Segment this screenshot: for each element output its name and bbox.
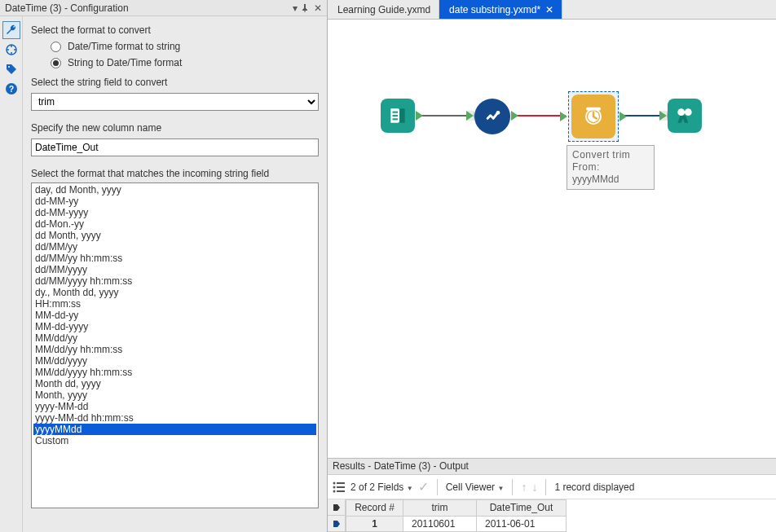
- svg-point-19: [333, 490, 336, 492]
- svg-rect-5: [393, 112, 399, 113]
- format-option[interactable]: MM/dd/yy hh:mm:ss: [33, 344, 316, 355]
- format-convert-label: Select the format to convert: [31, 24, 319, 36]
- record-count-label: 1 record displayed: [554, 481, 634, 493]
- radio-string-to-dt[interactable]: String to Date/Time format: [51, 57, 319, 68]
- format-option[interactable]: yyyy-MM-dd hh:mm:ss: [33, 412, 316, 424]
- tab-label: date substring.yxmd*: [449, 4, 540, 15]
- format-option[interactable]: Custom: [33, 435, 316, 446]
- config-panel-title-bar: DateTime (3) - Configuration ▾ ✕: [0, 0, 327, 16]
- workflow-canvas[interactable]: Convert trim From: yyyyMMdd: [328, 20, 776, 459]
- connector: [417, 115, 473, 117]
- string-field-select[interactable]: trim: [31, 93, 319, 111]
- col-trim[interactable]: trim: [403, 500, 477, 517]
- cell-viewer-dropdown[interactable]: Cell Viewer ▼: [446, 481, 505, 493]
- radio-label: Date/Time format to string: [68, 41, 180, 52]
- format-option[interactable]: dd/MM/yyyy: [33, 264, 316, 275]
- results-toolbar: 2 of 2 Fields ▼ ✓ Cell Viewer ▼ ↑ ↓ 1 re…: [328, 475, 776, 499]
- format-option[interactable]: yyyy-MM-dd: [33, 401, 316, 412]
- datetime-tool-selected[interactable]: [568, 91, 619, 142]
- format-option[interactable]: dd/MM/yy hh:mm:ss: [33, 253, 316, 264]
- pin-icon[interactable]: [301, 4, 312, 12]
- radio-dt-to-string[interactable]: Date/Time format to string: [51, 41, 319, 52]
- output-anchor[interactable]: [416, 111, 423, 121]
- tag-icon[interactable]: [2, 60, 20, 78]
- format-listbox[interactable]: day, dd Month, yyyydd-MM-yydd-MM-yyyydd-…: [31, 182, 319, 508]
- radio-icon: [51, 58, 61, 68]
- col-datetimeout[interactable]: DateTime_Out: [477, 500, 567, 517]
- right-pane: Learning Guide.yxmd date substring.yxmd*…: [328, 0, 776, 532]
- annotation-line: yyyyMMdd: [572, 174, 649, 186]
- wrench-icon[interactable]: [2, 21, 20, 39]
- gutter-row[interactable]: [328, 516, 345, 532]
- tool-annotation[interactable]: Convert trim From: yyyyMMdd: [567, 145, 655, 190]
- column-name-input[interactable]: [31, 138, 319, 156]
- format-option[interactable]: dd/MM/yy: [33, 241, 316, 253]
- help-icon[interactable]: ?: [2, 80, 20, 98]
- radio-label: String to Date/Time format: [68, 57, 182, 68]
- cell-record: 1: [346, 516, 403, 532]
- radio-icon: [51, 42, 61, 52]
- check-icon[interactable]: ✓: [418, 479, 429, 495]
- format-option[interactable]: day, dd Month, yyyy: [33, 184, 316, 196]
- svg-point-8: [496, 111, 500, 115]
- format-option[interactable]: dd Month, yyyy: [33, 230, 316, 241]
- svg-rect-6: [393, 115, 399, 117]
- connector: [512, 115, 566, 117]
- svg-rect-18: [337, 486, 345, 488]
- gutter-header[interactable]: [328, 499, 345, 516]
- format-option[interactable]: dy., Month dd, yyyy: [33, 287, 316, 298]
- sort-desc-icon[interactable]: ↓: [531, 481, 537, 494]
- tab-learning-guide[interactable]: Learning Guide.yxmd: [328, 0, 439, 19]
- table-row[interactable]: 1 20110601 2011-06-01: [346, 516, 567, 532]
- format-option[interactable]: dd-MM-yy: [33, 196, 316, 207]
- cell-datetimeout: 2011-06-01: [477, 516, 567, 532]
- dropdown-icon[interactable]: ▾: [289, 2, 301, 14]
- input-anchor[interactable]: [659, 111, 668, 121]
- svg-rect-14: [683, 112, 686, 113]
- svg-rect-7: [393, 118, 399, 120]
- svg-point-17: [333, 486, 336, 488]
- format-option[interactable]: Month dd, yyyy: [33, 378, 316, 389]
- cell-trim: 20110601: [403, 516, 477, 532]
- format-option[interactable]: HH:mm:ss: [33, 298, 316, 310]
- datetime-tool[interactable]: [571, 95, 615, 138]
- list-icon[interactable]: [333, 481, 346, 493]
- format-option[interactable]: MM-dd-yyyy: [33, 321, 316, 332]
- format-option[interactable]: MM/dd/yyyy: [33, 355, 316, 367]
- match-format-label: Select the format that matches the incom…: [31, 168, 319, 179]
- input-anchor[interactable]: [466, 111, 474, 121]
- output-anchor[interactable]: [511, 111, 518, 121]
- results-grid: Record # trim DateTime_Out 1 20110601 20…: [328, 499, 776, 532]
- input-anchor[interactable]: [560, 112, 567, 121]
- annotation-line: Convert trim From:: [572, 149, 649, 174]
- sort-asc-icon[interactable]: ↑: [521, 481, 527, 494]
- format-option[interactable]: dd-MM-yyyy: [33, 207, 316, 218]
- format-option[interactable]: MM/dd/yyyy hh:mm:ss: [33, 367, 316, 378]
- format-option[interactable]: dd-Mon.-yy: [33, 218, 316, 230]
- format-option[interactable]: MM-dd-yy: [33, 310, 316, 321]
- column-name-label: Specify the new column name: [31, 122, 319, 134]
- browse-tool[interactable]: [668, 99, 702, 133]
- config-panel: DateTime (3) - Configuration ▾ ✕ ? Selec…: [0, 0, 328, 532]
- tab-date-substring[interactable]: date substring.yxmd* ✕: [439, 0, 562, 19]
- format-option[interactable]: MM/dd/yy: [33, 332, 316, 344]
- format-option[interactable]: dd/MM/yyyy hh:mm:ss: [33, 275, 316, 287]
- input-tool[interactable]: [381, 99, 415, 133]
- tab-label: Learning Guide.yxmd: [337, 4, 430, 15]
- svg-rect-11: [586, 108, 601, 111]
- svg-text:?: ?: [8, 85, 13, 94]
- output-anchor[interactable]: [619, 112, 627, 121]
- format-option[interactable]: yyyyMMdd: [33, 424, 316, 435]
- results-panel-title: Results - DateTime (3) - Output: [328, 459, 776, 475]
- close-icon[interactable]: ✕: [545, 4, 553, 15]
- fields-dropdown[interactable]: 2 of 2 Fields ▼: [351, 481, 413, 493]
- svg-rect-16: [337, 482, 345, 484]
- formula-tool[interactable]: [474, 99, 510, 134]
- format-option[interactable]: Month, yyyy: [33, 389, 316, 401]
- nav-icon[interactable]: [2, 41, 20, 59]
- col-record[interactable]: Record #: [346, 500, 403, 517]
- close-icon[interactable]: ✕: [312, 2, 324, 14]
- svg-point-2: [8, 66, 10, 68]
- document-tabs: Learning Guide.yxmd date substring.yxmd*…: [328, 0, 776, 20]
- results-table[interactable]: Record # trim DateTime_Out 1 20110601 20…: [346, 499, 567, 532]
